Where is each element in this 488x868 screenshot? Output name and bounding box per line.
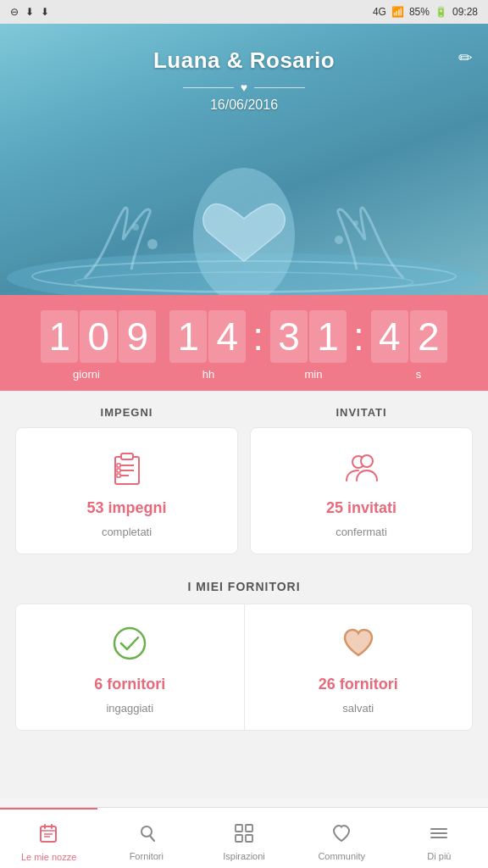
hero-section: Luana & Rosario ♥ 16/06/2016 ✏: [0, 24, 488, 295]
svg-rect-13: [117, 464, 120, 467]
sec-digit-2: 2: [410, 310, 447, 363]
nav-fornitori-icon: [136, 822, 158, 848]
hours-group: 1 4: [169, 310, 246, 363]
svg-rect-27: [236, 825, 242, 832]
nav-dipiu-label: Di più: [427, 851, 451, 861]
nav-ispirazioni[interactable]: Ispirazioni: [195, 808, 292, 868]
countdown-section: 1 0 9 1 4 : 3 1 : 4 2: [0, 295, 488, 391]
nav-ispirazioni-label: Ispirazioni: [223, 851, 265, 861]
svg-rect-9: [121, 453, 133, 459]
couple-name: Luana & Rosario: [153, 47, 335, 74]
nav-community-label: Community: [318, 851, 365, 861]
svg-rect-15: [117, 474, 120, 477]
svg-point-17: [361, 455, 373, 467]
sep-2: :: [252, 310, 263, 363]
svg-point-18: [114, 628, 145, 659]
impegni-title: IMPEGNI: [15, 406, 238, 427]
day-digit-1: 1: [41, 310, 78, 363]
fornitori-salvati-stat: 26 fornitori: [319, 676, 398, 693]
check-circle-icon: [109, 623, 150, 667]
nav-fornitori-label: Fornitori: [130, 851, 164, 861]
heart-icon: ♥: [241, 81, 247, 94]
nav-nozze-icon: [38, 823, 60, 849]
svg-point-5: [132, 224, 139, 231]
heart-saved-icon: [338, 623, 379, 667]
hero-content-area: Luana & Rosario ♥ 16/06/2016: [153, 24, 335, 113]
impegni-label: completati: [102, 526, 152, 538]
hours-label: hh: [167, 368, 250, 381]
invitati-label: confermati: [336, 526, 387, 538]
bottom-nav: Le mie nozze Fornitori Ispirazioni: [0, 807, 488, 868]
day-digit-3: 9: [119, 310, 156, 363]
days-label: giorni: [28, 368, 145, 381]
nav-community-icon: [330, 822, 352, 848]
svg-line-26: [150, 836, 154, 841]
svg-point-4: [147, 239, 158, 249]
wedding-date: 16/06/2016: [210, 97, 278, 113]
nav-le-mie-nozze[interactable]: Le mie nozze: [0, 808, 97, 868]
clipboard-icon: [107, 447, 147, 491]
nav-ispirazioni-icon: [233, 822, 255, 848]
heart-divider: ♥: [183, 81, 305, 94]
day-digit-2: 0: [80, 310, 117, 363]
block-icon: ⊖: [10, 6, 19, 18]
invitati-stat: 25 invitati: [326, 499, 396, 517]
status-left-icons: ⊖ ⬇ ⬇: [10, 6, 49, 18]
download-icon: ⬇: [25, 6, 34, 18]
svg-point-6: [335, 236, 343, 244]
days-group: 1 0 9: [41, 310, 156, 363]
impegni-block: IMPEGNI 53 im: [15, 406, 238, 554]
impegni-stat: 53 impegni: [86, 499, 166, 517]
minutes-group: 3 1: [270, 310, 347, 363]
invitati-title: INVITATI: [250, 406, 473, 427]
min-digit-1: 3: [270, 310, 308, 363]
nav-di-piu[interactable]: Di più: [391, 808, 488, 868]
impegni-invitati-container: IMPEGNI 53 im: [0, 391, 488, 554]
main-content: Luana & Rosario ♥ 16/06/2016 ✏ 1 0 9 1 4: [0, 24, 488, 798]
impegni-card[interactable]: 53 impegni completati: [15, 427, 238, 554]
download2-icon: ⬇: [41, 6, 49, 18]
fornitori-ingaggiati-stat: 6 fornitori: [94, 676, 165, 693]
network-type: 4G: [373, 6, 386, 18]
nav-nozze-label: Le mie nozze: [21, 852, 76, 862]
countdown-digits: 1 0 9 1 4 : 3 1 : 4 2: [41, 310, 447, 363]
fornitori-salvati-card[interactable]: 26 fornitori salvati: [245, 604, 473, 730]
invitati-card[interactable]: 25 invitati confermati: [250, 427, 473, 554]
sec-digit-1: 4: [371, 310, 408, 363]
svg-rect-14: [117, 469, 120, 472]
impegni-invitati-row: IMPEGNI 53 im: [15, 391, 473, 554]
svg-rect-28: [246, 825, 252, 832]
fornitori-ingaggiati-label: ingaggiati: [106, 702, 153, 715]
status-bar: ⊖ ⬇ ⬇ 4G 📶 85% 🔋 09:28: [0, 0, 488, 24]
invitati-block: INVITATI 25 invitati confermati: [250, 406, 473, 554]
edit-icon[interactable]: ✏: [458, 47, 473, 68]
clock: 09:28: [452, 6, 478, 18]
svg-rect-29: [236, 835, 242, 842]
svg-point-7: [353, 220, 358, 225]
water-splash-bg: [0, 108, 488, 295]
nav-fornitori[interactable]: Fornitori: [97, 808, 195, 868]
svg-rect-30: [246, 835, 252, 842]
battery-icon: 🔋: [435, 6, 447, 18]
seconds-group: 4 2: [371, 310, 447, 363]
battery-level: 85%: [409, 6, 430, 18]
fornitori-ingaggiati-card[interactable]: 6 fornitori ingaggiati: [16, 604, 245, 730]
fornitori-section: I MIEI FORNITORI 6 fornitori ingaggiati: [15, 566, 473, 731]
seconds-label: s: [377, 368, 460, 381]
sep-3: :: [353, 310, 364, 363]
people-icon: [341, 447, 382, 491]
fornitori-title: I MIEI FORNITORI: [15, 566, 473, 604]
nav-dipiu-icon: [428, 822, 450, 848]
signal-icon: 📶: [391, 6, 404, 18]
min-digit-2: 1: [309, 310, 347, 363]
fornitori-cards: 6 fornitori ingaggiati 26 fornitori salv…: [15, 604, 473, 731]
hour-digit-2: 4: [208, 310, 246, 363]
minutes-label: min: [272, 368, 355, 381]
hour-digit-1: 1: [169, 310, 207, 363]
fornitori-salvati-label: salvati: [342, 702, 374, 715]
nav-community[interactable]: Community: [293, 808, 391, 868]
